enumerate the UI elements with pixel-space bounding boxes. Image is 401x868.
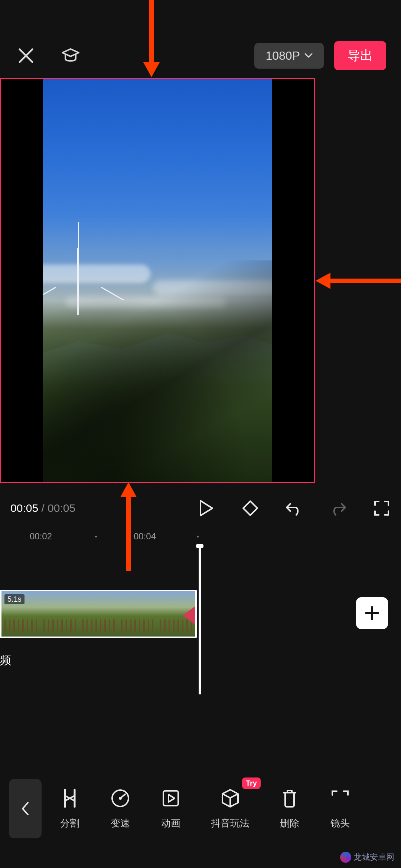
header-bar: 1080P 导出 [0, 37, 401, 74]
playhead[interactable] [199, 546, 201, 694]
tool-label: 变速 [111, 817, 130, 830]
svg-rect-2 [163, 791, 178, 806]
playback-control-row: 00:05 / 00:05 [0, 493, 401, 523]
clip-thumbnail [40, 591, 79, 637]
lens-icon [330, 788, 351, 809]
tool-label: 分割 [60, 817, 79, 830]
header-left [15, 45, 82, 67]
playback-buttons [198, 499, 391, 517]
tool-label: 镜头 [330, 817, 350, 830]
clip-thumbnail [118, 591, 156, 637]
chevron-left-icon [20, 801, 30, 816]
ruler-mark: 00:02 [30, 531, 52, 542]
duration: 00:05 [48, 502, 75, 514]
video-preview-selection[interactable] [0, 78, 315, 483]
tool-label: 删除 [280, 817, 299, 830]
ruler-tick [95, 536, 97, 537]
close-icon[interactable] [15, 45, 37, 67]
clip-thumbnail [79, 591, 118, 637]
resolution-label: 1080P [265, 49, 300, 63]
resolution-button[interactable]: 1080P [254, 43, 324, 69]
clip-duration-badge: 5.1s [4, 594, 25, 604]
tool-speed[interactable]: 变速 [110, 788, 131, 830]
tool-lens[interactable]: 镜头 [330, 788, 351, 830]
tool-label: 动画 [161, 817, 180, 830]
video-clip[interactable]: 5.1s [0, 590, 197, 638]
trim-arrow-icon [183, 606, 195, 625]
clip-trim-handle[interactable] [195, 591, 197, 638]
export-button[interactable]: 导出 [334, 41, 386, 70]
add-clip-button[interactable] [356, 597, 388, 629]
watermark-icon [340, 852, 351, 863]
speed-icon [110, 788, 131, 809]
watermark-text: 龙城安卓网 [353, 852, 394, 863]
trash-icon [279, 788, 300, 809]
chevron-down-icon [304, 53, 313, 58]
undo-icon[interactable] [285, 499, 303, 517]
keyframe-icon[interactable] [241, 499, 259, 517]
watermark: 龙城安卓网 [340, 852, 394, 863]
annotation-arrow-right [316, 273, 401, 289]
plus-icon [364, 605, 380, 621]
ruler-tick [197, 536, 199, 537]
header-right: 1080P 导出 [254, 41, 386, 70]
tool-label: 抖音玩法 [211, 817, 250, 830]
ruler-mark: 00:04 [134, 531, 156, 542]
tool-items: 分割 变速 动画 Try 抖音玩法 删除 [59, 788, 351, 830]
tool-delete[interactable]: 删除 [279, 788, 300, 830]
tutorial-icon[interactable] [59, 45, 82, 67]
export-label: 导出 [348, 48, 373, 62]
play-icon[interactable] [198, 499, 215, 517]
split-icon [59, 788, 80, 809]
fullscreen-icon[interactable] [373, 499, 391, 517]
time-display: 00:05 / 00:05 [10, 502, 75, 514]
cube-icon [220, 788, 241, 809]
current-time: 00:05 [10, 502, 38, 514]
audio-track-label[interactable]: 频 [0, 649, 19, 671]
tool-douyin-effects[interactable]: Try 抖音玩法 [211, 788, 250, 830]
svg-point-1 [119, 797, 122, 800]
redo-icon[interactable] [329, 499, 347, 517]
bottom-toolbar: 分割 变速 动画 Try 抖音玩法 删除 [0, 772, 401, 846]
animation-icon [160, 788, 181, 809]
tool-animation[interactable]: 动画 [160, 788, 181, 830]
tool-split[interactable]: 分割 [59, 788, 80, 830]
toolbar-back-button[interactable] [9, 779, 42, 838]
try-badge: Try [242, 777, 261, 789]
video-preview[interactable] [43, 79, 272, 482]
